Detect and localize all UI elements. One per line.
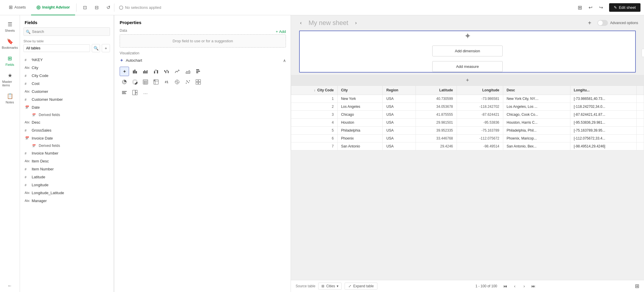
next-page-btn[interactable]: › — [521, 283, 528, 290]
field-item-invoice-date[interactable]: 📅 Invoice Date — [20, 134, 113, 142]
viz-btn-bar-h[interactable] — [194, 67, 203, 76]
resizer-fields-props[interactable] — [114, 15, 115, 292]
prev-page-btn[interactable]: ‹ — [511, 283, 518, 290]
plus-divider[interactable]: + — [291, 75, 644, 85]
field-item-percent-key[interactable]: # %KEY — [20, 56, 113, 64]
field-item-city[interactable]: Abc City — [20, 64, 113, 72]
redo-btn[interactable]: ↪ — [596, 3, 606, 12]
field-item-customer[interactable]: Abc Customer — [20, 88, 113, 95]
add-data-btn[interactable]: + Add — [276, 29, 286, 34]
table-wrapper[interactable]: ↕ City Code City Region Latitude — [291, 85, 644, 280]
col-longitu[interactable]: Longitu... — [570, 86, 636, 95]
first-page-btn[interactable]: ⏮ — [502, 283, 509, 290]
add-dimension-btn[interactable]: Add dimension — [432, 46, 503, 56]
chart-side-add-btn[interactable]: + — [642, 49, 644, 57]
col-region[interactable]: Region — [383, 86, 416, 95]
viz-btn-line[interactable] — [172, 67, 182, 76]
refresh-tool-btn[interactable]: ↺ — [104, 3, 113, 12]
selection-tool-btn[interactable]: ⊡ — [80, 3, 89, 12]
field-item-gross-sales[interactable]: # GrossSales — [20, 126, 113, 134]
field-item-city-code[interactable]: # City Code — [20, 72, 113, 80]
field-item-derived-date[interactable]: 📅 Derived fields — [20, 111, 113, 118]
sidebar-item-bookmarks[interactable]: 🔖 Bookmarks — [1, 36, 19, 52]
viz-btn-waterfall[interactable] — [162, 67, 171, 76]
field-item-latitude[interactable]: # Latitude — [20, 173, 113, 181]
viz-btn-combo[interactable] — [151, 67, 161, 76]
autochart-label: Autochart — [126, 58, 142, 63]
col-longitu-label: Longitu... — [574, 88, 590, 92]
svg-point-31 — [186, 83, 187, 84]
field-item-item-number[interactable]: # Item Number — [20, 165, 113, 173]
field-item-invoice-number[interactable]: # Invoice Number — [20, 149, 113, 157]
field-item-cost[interactable]: # Cost — [20, 80, 113, 88]
viz-btn-map[interactable] — [172, 77, 182, 87]
svg-rect-14 — [196, 71, 200, 72]
col-latitude[interactable]: Latitude — [416, 86, 457, 95]
viz-btn-text[interactable] — [120, 88, 129, 97]
top-nav: ⊞ Assets ◎ Insight Advisor ⊡ ⊟ ↺ No sele… — [0, 0, 644, 15]
viz-btn-table[interactable] — [141, 77, 150, 87]
data-section-header: Data + Add — [120, 28, 286, 34]
table-selector[interactable]: ⊞ Cities ▾ — [318, 283, 342, 290]
field-item-longitude-latitude[interactable]: Abc Longitude_Latitude — [20, 189, 113, 197]
sidebar-collapse-icon[interactable]: ← — [5, 281, 15, 291]
field-type-icon: Abc — [25, 121, 29, 124]
chart-container: ✦ Add dimension Add measure — [299, 31, 636, 73]
tab-assets[interactable]: ⊞ Assets — [4, 0, 31, 15]
advanced-toggle-switch[interactable] — [597, 20, 608, 26]
col-longitude[interactable]: Longitude — [457, 86, 503, 95]
derived-type-icon: 📅 — [32, 144, 36, 147]
undo-btn[interactable]: ↩ — [586, 3, 595, 12]
col-city-code[interactable]: ↕ City Code — [291, 86, 338, 95]
field-item-date[interactable]: 📅 Date — [20, 103, 113, 111]
viz-btn-more[interactable]: … — [141, 88, 150, 97]
add-measure-label: Add measure — [456, 64, 479, 69]
col-desc[interactable]: Desc — [503, 86, 570, 95]
last-page-btn[interactable]: ⏭ — [530, 283, 537, 290]
viz-btn-area[interactable] — [183, 67, 192, 76]
field-item-customer-number[interactable]: # Customer Number — [20, 95, 113, 103]
tab-insight-advisor[interactable]: ◎ Insight Advisor — [31, 0, 75, 15]
add-table-btn[interactable]: + — [102, 44, 110, 52]
drop-zone[interactable]: Drop field to use or for a suggestion — [120, 34, 286, 48]
sidebar-item-fields[interactable]: ⊞ Fields — [1, 53, 19, 69]
svg-rect-43 — [133, 90, 135, 95]
add-sheet-btn[interactable]: + — [586, 19, 594, 27]
cell-city: Phoenix — [337, 135, 383, 142]
viz-btn-auto[interactable]: ✦ — [120, 67, 129, 76]
search-table-btn[interactable]: 🔍 — [92, 44, 100, 52]
viz-btn-treemap[interactable] — [130, 88, 140, 97]
field-item-item-desc[interactable]: Abc Item Desc — [20, 157, 113, 165]
field-item-derived-invoice[interactable]: 📅 Derived fields — [20, 142, 113, 149]
field-item-manager[interactable]: Abc Manager — [20, 197, 113, 205]
add-measure-btn[interactable]: Add measure — [432, 61, 503, 72]
table-select[interactable]: All tables — [23, 44, 90, 52]
viz-btn-donut[interactable] — [130, 77, 140, 87]
viz-btn-grouped-bar[interactable] — [141, 67, 150, 76]
sheet-next-btn[interactable]: › — [352, 19, 360, 27]
field-item-desc[interactable]: Abc Desc — [20, 118, 113, 126]
grid-view-icon[interactable]: ⊞ — [578, 4, 582, 11]
search-input[interactable] — [23, 27, 110, 36]
field-type-icon: # — [25, 98, 29, 101]
col-region-label: Region — [386, 88, 398, 92]
viz-btn-bar[interactable] — [130, 67, 140, 76]
col-city[interactable]: City — [337, 86, 383, 95]
edit-sheet-btn[interactable]: ✎ Edit sheet — [609, 3, 640, 12]
viz-btn-pivot[interactable] — [151, 77, 161, 87]
viz-btn-kpi[interactable]: #1 — [162, 77, 171, 87]
expand-table-btn[interactable]: ⤢ Expand table — [345, 283, 377, 290]
sidebar-item-sheets[interactable]: ☰ Sheets — [1, 19, 19, 35]
field-name: Customer — [32, 89, 48, 94]
sidebar-item-master-items[interactable]: ★ Master items — [1, 70, 19, 89]
autochart-chevron-btn[interactable]: ∧ — [283, 58, 286, 63]
viz-btn-grid[interactable] — [194, 77, 203, 87]
table-grid-icon[interactable]: ⊞ — [635, 283, 639, 289]
viz-btn-scatter[interactable] — [183, 77, 192, 87]
viz-btn-pie[interactable] — [120, 77, 129, 87]
field-name: City — [32, 66, 38, 70]
sidebar-item-notes[interactable]: 📋 Notes — [1, 90, 19, 106]
sheet-prev-btn[interactable]: ‹ — [297, 19, 305, 27]
draw-tool-btn[interactable]: ⊟ — [92, 3, 101, 12]
field-item-longitude[interactable]: # Longitude — [20, 181, 113, 189]
